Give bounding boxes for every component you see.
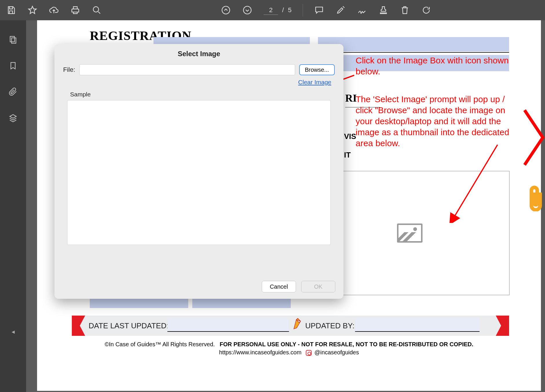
copyright-line-2: https://www.incaseofguides.com @incaseof…: [37, 349, 541, 356]
pdf-page: REGISTRATION RI VIS IT DATE LAST UPDATED…: [37, 20, 541, 391]
sample-label: Sample: [54, 86, 343, 100]
print-icon[interactable]: [70, 5, 81, 15]
page-navigator: / 5: [264, 6, 291, 15]
date-last-updated-field[interactable]: [167, 318, 289, 332]
page-total: 5: [288, 6, 291, 14]
page-current-input[interactable]: [264, 6, 278, 15]
page-up-icon[interactable]: [221, 5, 231, 15]
save-icon[interactable]: [6, 5, 16, 15]
sample-preview: [67, 100, 331, 245]
document-viewport[interactable]: REGISTRATION RI VIS IT DATE LAST UPDATED…: [26, 20, 545, 392]
collapse-sidebar-icon[interactable]: ◀: [12, 329, 15, 334]
layers-icon[interactable]: [8, 113, 18, 123]
stamp-icon[interactable]: [378, 5, 389, 15]
pencil-icon: [292, 317, 303, 333]
file-path-input[interactable]: [79, 64, 295, 75]
sign-icon[interactable]: [357, 5, 367, 15]
clear-image-link[interactable]: Clear Image: [54, 75, 343, 86]
annotation-text-2: The 'Select Image' prompt will pop up / …: [356, 94, 518, 149]
dialog-title: Select Image: [54, 44, 343, 62]
svg-point-2: [244, 6, 251, 14]
instagram-icon: [306, 350, 312, 356]
updated-by-label: UPDATED BY:: [305, 321, 354, 330]
rotate-icon[interactable]: [421, 5, 431, 15]
bookmark-icon[interactable]: [8, 61, 18, 71]
form-field[interactable]: [90, 298, 188, 308]
pdf-toolbar: / 5: [0, 0, 545, 20]
date-last-updated-label: DATE LAST UPDATED:: [89, 321, 169, 330]
copyright-line-1: ©In Case of Guides™ All Rights Reserved.…: [37, 341, 541, 348]
trash-icon[interactable]: [400, 5, 410, 15]
toolbar-divider: [303, 4, 303, 17]
paperclip-icon: [527, 185, 544, 211]
ok-button[interactable]: OK: [301, 281, 335, 292]
svg-point-0: [93, 7, 99, 12]
page-down-icon[interactable]: [242, 5, 253, 15]
thumbnails-icon[interactable]: [8, 35, 18, 45]
text-fragment: VIS: [344, 132, 356, 141]
select-image-dialog: Select Image File: Browse... Clear Image…: [54, 44, 343, 299]
annotation-text-1: Click on the Image Box with icon shown b…: [356, 55, 512, 77]
text-fragment: IT: [344, 151, 351, 160]
footer-bar: DATE LAST UPDATED: UPDATED BY:: [72, 316, 509, 336]
browse-button[interactable]: Browse...: [299, 64, 335, 75]
form-field[interactable]: [192, 298, 291, 308]
updated-by-field[interactable]: [355, 318, 480, 332]
text-fragment: RI: [345, 92, 357, 104]
zoom-icon[interactable]: [92, 5, 102, 15]
file-label: File:: [63, 66, 75, 74]
svg-rect-4: [12, 38, 16, 43]
image-placeholder-icon: [397, 224, 423, 243]
side-panel: ◀: [0, 20, 26, 392]
attachment-icon[interactable]: [8, 87, 18, 97]
cloud-upload-icon[interactable]: [49, 5, 59, 15]
cancel-button[interactable]: Cancel: [262, 281, 296, 292]
svg-point-1: [222, 6, 230, 14]
comment-icon[interactable]: [314, 5, 324, 15]
page-separator: /: [282, 6, 284, 14]
annotation-chevron-icon: [521, 107, 545, 169]
star-icon[interactable]: [27, 5, 38, 15]
svg-rect-3: [10, 36, 14, 42]
form-field[interactable]: [318, 37, 509, 52]
highlight-icon[interactable]: [335, 5, 346, 15]
